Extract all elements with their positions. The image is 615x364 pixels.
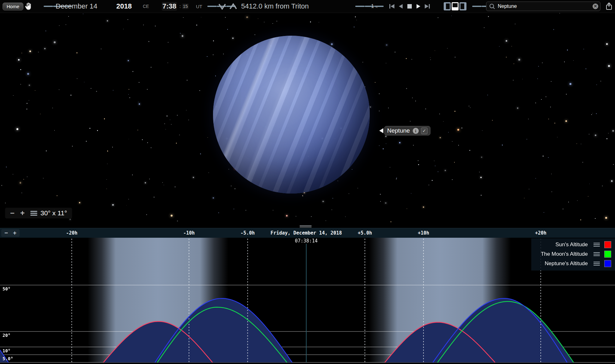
star: [380, 201, 381, 202]
legend-menu-icon[interactable]: [594, 261, 600, 266]
star: [193, 177, 194, 178]
selection-pill[interactable]: Neptune i ✓: [384, 126, 430, 135]
time-seconds[interactable]: : 15: [180, 0, 189, 13]
star: [164, 185, 164, 185]
star: [411, 193, 411, 194]
skip-to-start-button[interactable]: [387, 0, 396, 13]
star: [149, 41, 149, 42]
star: [488, 16, 489, 17]
neptune-planet[interactable]: [213, 36, 370, 194]
share-button[interactable]: [606, 0, 612, 13]
star: [38, 52, 39, 53]
star: [151, 67, 151, 68]
star: [438, 171, 438, 172]
star: [155, 26, 156, 27]
selection-name[interactable]: Neptune: [387, 127, 410, 134]
star: [180, 33, 181, 34]
info-icon[interactable]: i: [413, 128, 419, 134]
star: [429, 185, 429, 185]
sky-view[interactable]: Neptune i ✓ − + 30° x 11°: [0, 13, 615, 224]
star: [608, 65, 610, 67]
zoom-out-button[interactable]: −: [10, 208, 15, 218]
star: [356, 20, 357, 21]
skip-to-end-button[interactable]: [423, 0, 432, 13]
resize-grip[interactable]: [300, 225, 312, 228]
graph-zoom-out-button[interactable]: −: [4, 230, 8, 236]
star: [517, 107, 518, 109]
legend-color-swatch-moon[interactable]: [604, 251, 611, 258]
date-control[interactable]: December 14: [56, 0, 97, 13]
star: [445, 170, 446, 171]
clear-search-icon[interactable]: ✕: [593, 3, 598, 9]
star: [411, 59, 412, 60]
rate-menu-icon[interactable]: [355, 0, 384, 13]
hour-tick-label: +20h: [535, 230, 546, 236]
star: [143, 25, 144, 25]
era-label[interactable]: CE: [143, 0, 149, 13]
star: [234, 209, 234, 209]
star: [455, 57, 456, 58]
right-panel-toggle[interactable]: [460, 2, 466, 10]
star: [147, 89, 148, 90]
star: [557, 137, 558, 138]
playback-controls: [387, 0, 432, 13]
selection-checkbox[interactable]: ✓: [421, 128, 428, 134]
legend-menu-icon[interactable]: [594, 242, 600, 248]
bottom-panel-toggle[interactable]: [452, 2, 459, 10]
legend-color-swatch-neptune[interactable]: [604, 260, 611, 267]
reverse-play-button[interactable]: [396, 0, 405, 13]
pan-hand-icon[interactable]: [23, 0, 33, 13]
graph-zoom-in-button[interactable]: +: [13, 230, 16, 236]
star: [59, 89, 59, 90]
fov-menu-icon[interactable]: [30, 210, 37, 217]
selection-arrow-icon: [379, 128, 383, 133]
star: [18, 59, 20, 61]
star: [207, 56, 208, 57]
chevron-down-icon[interactable]: [218, 0, 226, 13]
star: [415, 101, 416, 101]
play-button[interactable]: [414, 0, 423, 13]
star: [54, 41, 56, 43]
star: [506, 40, 508, 42]
left-panel-toggle[interactable]: [444, 2, 451, 10]
time-rate-control[interactable]: 1 x: [371, 0, 378, 13]
star: [84, 82, 85, 82]
star: [258, 18, 259, 19]
star: [128, 60, 129, 61]
star: [573, 60, 574, 61]
home-button[interactable]: Home: [3, 3, 23, 10]
zoom-in-button[interactable]: +: [20, 208, 25, 218]
graph-date-label: Friday, December 14, 2018: [271, 230, 342, 236]
stop-button[interactable]: [405, 0, 414, 13]
star: [396, 178, 397, 178]
chevron-up-icon[interactable]: [229, 0, 237, 13]
year-control[interactable]: 2018: [116, 0, 132, 13]
star: [395, 52, 395, 52]
search-icon: [488, 3, 496, 9]
star: [128, 94, 129, 95]
star: [470, 107, 471, 108]
star: [277, 21, 277, 21]
legend-menu-icon[interactable]: [594, 251, 600, 257]
location-control[interactable]: 5412.0 km from Triton: [241, 0, 309, 13]
star: [311, 216, 312, 217]
search-input[interactable]: [496, 3, 593, 9]
altitude-graph[interactable]: [0, 237, 615, 364]
search-field[interactable]: ✕: [486, 2, 600, 11]
star: [386, 143, 387, 144]
time-control[interactable]: 7:38: [162, 0, 177, 13]
star: [379, 110, 380, 111]
timezone-label[interactable]: UT: [196, 0, 202, 13]
star: [406, 88, 407, 89]
star: [213, 197, 214, 199]
star: [272, 23, 273, 24]
star: [112, 147, 113, 147]
legend-color-swatch-sun[interactable]: [604, 241, 611, 248]
time-hm[interactable]: 7:38: [162, 2, 177, 11]
star: [391, 221, 392, 222]
star: [72, 146, 73, 146]
star: [386, 44, 387, 45]
star: [406, 58, 407, 59]
star: [492, 120, 493, 121]
time-sec[interactable]: 15: [182, 3, 189, 9]
